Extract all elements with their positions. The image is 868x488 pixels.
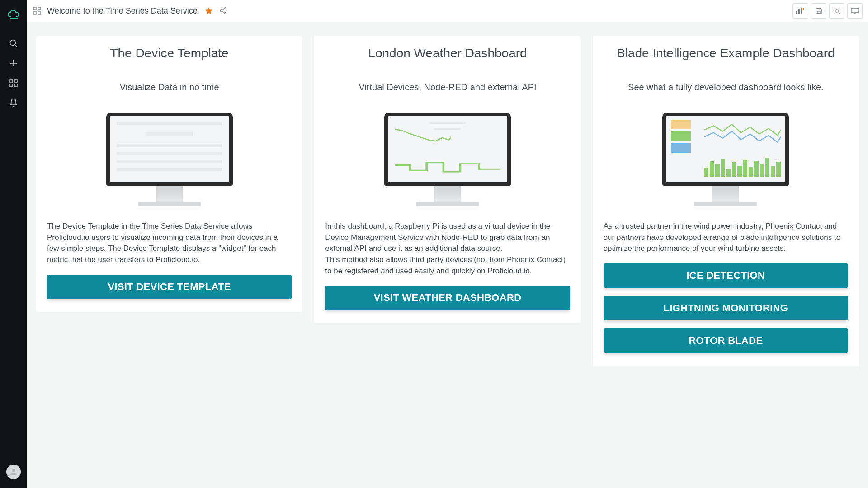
bell-icon xyxy=(9,99,18,108)
nav-dashboards[interactable] xyxy=(5,74,23,92)
plus-icon xyxy=(9,59,18,68)
user-icon xyxy=(9,468,18,476)
svg-line-17 xyxy=(222,11,224,13)
svg-point-25 xyxy=(835,9,838,12)
svg-point-15 xyxy=(224,12,226,14)
left-nav-rail xyxy=(0,0,27,488)
svg-rect-24 xyxy=(817,8,820,9)
svg-rect-19 xyxy=(798,9,800,14)
panel-subtitle: Visualize Data in no time xyxy=(47,82,292,93)
svg-rect-9 xyxy=(33,7,36,10)
svg-rect-18 xyxy=(796,11,797,14)
save-dashboard-button[interactable] xyxy=(811,3,826,19)
panel-subtitle: Virtual Devices, Node-RED and external A… xyxy=(325,82,570,93)
svg-rect-5 xyxy=(14,80,17,82)
svg-line-1 xyxy=(15,45,18,47)
cloud-logo-icon xyxy=(7,9,20,19)
save-icon xyxy=(815,7,822,14)
app-logo[interactable] xyxy=(6,7,21,22)
share-button[interactable] xyxy=(219,7,227,15)
svg-rect-11 xyxy=(33,12,36,14)
nav-alerts[interactable] xyxy=(5,94,23,112)
svg-rect-6 xyxy=(10,84,13,87)
step-chart-icon xyxy=(395,157,500,177)
svg-point-0 xyxy=(10,40,16,46)
nav-search[interactable] xyxy=(5,34,23,52)
lightning-monitoring-button[interactable]: LIGHTNING MONITORING xyxy=(604,296,848,320)
page-title: Welcome to the Time Series Data Service xyxy=(47,6,198,16)
panel-subtitle: See what a fully developed dashboard loo… xyxy=(604,82,848,93)
panel-mock-screenshot xyxy=(106,113,233,206)
add-panel-icon xyxy=(796,7,805,14)
search-icon xyxy=(9,39,18,48)
panel-blade-intelligence: Blade Intelligence Example Dashboard See… xyxy=(593,36,859,366)
svg-rect-10 xyxy=(38,7,41,10)
monitor-icon xyxy=(851,8,859,14)
svg-point-8 xyxy=(12,469,15,472)
svg-rect-12 xyxy=(38,12,41,14)
nav-create[interactable] xyxy=(5,54,23,72)
svg-rect-20 xyxy=(801,8,802,14)
grid-icon xyxy=(9,79,18,87)
svg-line-16 xyxy=(222,9,224,11)
panel-description: As a trusted partner in the wind power i… xyxy=(604,221,848,254)
panel-mock-screenshot xyxy=(662,113,789,206)
panel-title: The Device Template xyxy=(47,46,292,61)
add-panel-button[interactable] xyxy=(792,3,808,19)
topbar: Welcome to the Time Series Data Service xyxy=(27,0,868,22)
svg-point-13 xyxy=(220,10,222,12)
visit-device-template-button[interactable]: VISIT DEVICE TEMPLATE xyxy=(47,275,292,299)
svg-rect-23 xyxy=(817,11,820,14)
svg-rect-26 xyxy=(851,8,859,13)
panel-title: Blade Intelligence Example Dashboard xyxy=(604,46,848,61)
panel-weather-dashboard: London Weather Dashboard Virtual Devices… xyxy=(314,36,580,323)
gear-icon xyxy=(833,7,841,15)
panel-description: The Device Template in the Time Series D… xyxy=(47,221,292,266)
svg-point-14 xyxy=(224,8,226,9)
panel-title: London Weather Dashboard xyxy=(325,46,570,61)
visit-weather-dashboard-button[interactable]: VISIT WEATHER DASHBOARD xyxy=(325,286,570,310)
dashboard-settings-button[interactable] xyxy=(829,3,844,19)
svg-rect-4 xyxy=(10,80,13,82)
panel-mock-screenshot xyxy=(384,113,511,206)
panel-description: In this dashboard, a Raspberry Pi is use… xyxy=(325,221,570,277)
cycle-view-button[interactable] xyxy=(847,3,863,19)
share-icon xyxy=(219,7,227,15)
dashboard-grid: The Device Template Visualize Data in no… xyxy=(27,22,868,488)
topbar-actions xyxy=(792,3,863,19)
line-chart-icon xyxy=(395,127,451,149)
ice-detection-button[interactable]: ICE DETECTION xyxy=(604,263,848,288)
multi-line-chart-icon xyxy=(704,120,781,148)
svg-rect-7 xyxy=(14,84,17,87)
favorite-toggle[interactable] xyxy=(205,7,213,15)
grid-icon xyxy=(33,7,41,15)
rotor-blade-button[interactable]: ROTOR BLADE xyxy=(604,328,848,353)
user-avatar[interactable] xyxy=(6,465,21,479)
panel-device-template: The Device Template Visualize Data in no… xyxy=(36,36,302,312)
star-icon xyxy=(205,7,213,15)
breadcrumb-dashboards-icon[interactable] xyxy=(33,6,42,15)
